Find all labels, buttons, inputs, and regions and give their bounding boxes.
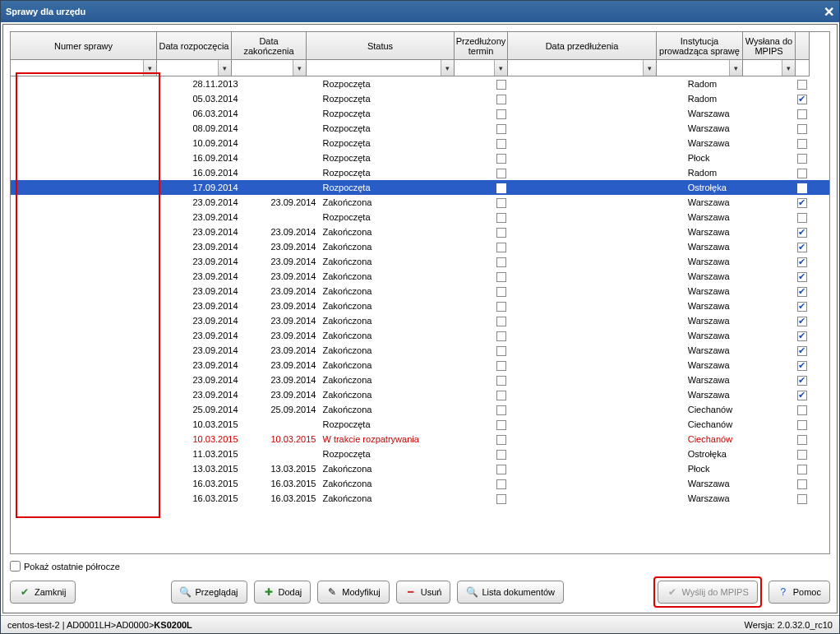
chevron-down-icon[interactable] xyxy=(293,60,306,76)
checkbox-cell[interactable] xyxy=(797,109,807,119)
checkbox-cell[interactable] xyxy=(496,124,506,134)
table-row[interactable]: 08.09.2014RozpoczętaWarszawa xyxy=(11,121,829,136)
table-row[interactable]: 16.09.2014RozpoczętaRadom xyxy=(11,165,829,180)
checkbox-cell[interactable] xyxy=(797,154,807,164)
table-row[interactable]: 23.09.201423.09.2014ZakończonaWarszawa xyxy=(11,358,829,373)
chevron-down-icon[interactable] xyxy=(729,60,742,76)
table-row[interactable]: 23.09.201423.09.2014ZakończonaWarszawa xyxy=(11,239,829,254)
checkbox-cell[interactable] xyxy=(496,169,506,178)
col-header-sent[interactable]: Wysłana do MPIPS xyxy=(743,32,796,60)
col-header-status[interactable]: Status xyxy=(307,32,455,60)
filter-extdate[interactable] xyxy=(508,60,657,76)
chevron-down-icon[interactable] xyxy=(782,60,795,76)
checkbox-cell[interactable] xyxy=(797,169,807,178)
checkbox-cell[interactable] xyxy=(496,465,506,474)
checkbox-cell[interactable] xyxy=(496,257,506,267)
checkbox-cell[interactable] xyxy=(797,465,807,474)
checkbox-cell[interactable] xyxy=(496,391,506,400)
checkbox-cell[interactable] xyxy=(797,80,807,90)
checkbox-cell[interactable] xyxy=(496,479,506,489)
filter-ext[interactable] xyxy=(455,60,508,76)
checkbox-cell[interactable] xyxy=(496,435,506,445)
checkbox-cell[interactable] xyxy=(797,494,807,504)
checkbox-cell[interactable] xyxy=(797,243,807,252)
checkbox-cell[interactable] xyxy=(797,257,807,267)
checkbox-cell[interactable] xyxy=(797,450,807,460)
documents-button[interactable]: 🔍Lista dokumentów xyxy=(457,581,564,604)
chevron-down-icon[interactable] xyxy=(494,60,507,76)
col-header-extended[interactable]: Przedłużony termin xyxy=(455,32,508,60)
add-button[interactable]: ✚Dodaj xyxy=(254,581,312,604)
help-button[interactable]: ?Pomoc xyxy=(768,581,830,604)
modify-button[interactable]: ✎Modyfikuj xyxy=(317,581,389,604)
filter-end[interactable] xyxy=(232,60,307,76)
checkbox-cell[interactable] xyxy=(496,183,506,193)
checkbox-cell[interactable] xyxy=(496,213,506,223)
table-row[interactable]: 23.09.201423.09.2014ZakończonaWarszawa xyxy=(11,343,829,358)
table-row[interactable]: 28.11.2013RozpoczętaRadom xyxy=(11,76,829,91)
checkbox-cell[interactable] xyxy=(496,376,506,386)
checkbox-cell[interactable] xyxy=(496,243,506,252)
close-button[interactable]: ✔Zamknij xyxy=(10,581,76,604)
table-row[interactable]: 25.09.201425.09.2014ZakończonaCiechanów xyxy=(11,402,829,417)
checkbox-cell[interactable] xyxy=(797,124,807,134)
table-row[interactable]: 13.03.201513.03.2015ZakończonaPłock xyxy=(11,461,829,476)
table-row[interactable]: 23.09.201423.09.2014ZakończonaWarszawa xyxy=(11,195,829,210)
checkbox-cell[interactable] xyxy=(496,80,506,90)
checkbox-cell[interactable] xyxy=(496,139,506,149)
checkbox-cell[interactable] xyxy=(797,479,807,489)
chevron-down-icon[interactable] xyxy=(441,60,454,76)
checkbox-cell[interactable] xyxy=(496,228,506,238)
col-header-start[interactable]: Data rozpoczęcia xyxy=(157,32,232,60)
checkbox-cell[interactable] xyxy=(496,154,506,164)
checkbox-cell[interactable] xyxy=(496,272,506,282)
checkbox-cell[interactable] xyxy=(496,109,506,119)
checkbox-cell[interactable] xyxy=(797,435,807,445)
checkbox-cell[interactable] xyxy=(797,331,807,341)
col-header-number[interactable]: Numer sprawy xyxy=(11,32,157,60)
filter-sent[interactable] xyxy=(743,60,796,76)
show-last-half-year-checkbox[interactable] xyxy=(10,561,21,572)
checkbox-cell[interactable] xyxy=(496,450,506,460)
filter-number[interactable] xyxy=(11,60,157,76)
table-row[interactable]: 23.09.201423.09.2014ZakończonaWarszawa xyxy=(11,387,829,402)
table-row[interactable]: 23.09.201423.09.2014ZakończonaWarszawa xyxy=(11,328,829,343)
table-row[interactable]: 11.03.2015RozpoczętaOstrołęka xyxy=(11,447,829,461)
checkbox-cell[interactable] xyxy=(797,405,807,415)
checkbox-cell[interactable] xyxy=(797,183,807,193)
chevron-down-icon[interactable] xyxy=(643,60,656,76)
checkbox-cell[interactable] xyxy=(496,317,506,326)
table-row[interactable]: 23.09.201423.09.2014ZakończonaWarszawa xyxy=(11,254,829,269)
col-header-institution[interactable]: Instytucja prowadząca sprawę xyxy=(657,32,743,60)
table-row[interactable]: 16.09.2014RozpoczętaPłock xyxy=(11,150,829,165)
table-row[interactable]: 23.09.201423.09.2014ZakończonaWarszawa xyxy=(11,284,829,298)
table-row[interactable]: 10.09.2014RozpoczętaWarszawa xyxy=(11,136,829,150)
send-to-mpips-button[interactable]: ✔Wyślij do MPIPS xyxy=(658,581,758,604)
chevron-down-icon[interactable] xyxy=(218,60,231,76)
chevron-down-icon[interactable] xyxy=(143,60,156,76)
checkbox-cell[interactable] xyxy=(797,139,807,149)
table-row[interactable]: 23.09.201423.09.2014ZakończonaWarszawa xyxy=(11,313,829,328)
table-row[interactable]: 23.09.201423.09.2014ZakończonaWarszawa xyxy=(11,224,829,239)
checkbox-cell[interactable] xyxy=(797,317,807,326)
checkbox-cell[interactable] xyxy=(797,346,807,356)
checkbox-cell[interactable] xyxy=(496,198,506,208)
checkbox-cell[interactable] xyxy=(496,302,506,312)
checkbox-cell[interactable] xyxy=(496,346,506,356)
checkbox-cell[interactable] xyxy=(496,95,506,104)
checkbox-cell[interactable] xyxy=(797,95,807,104)
filter-status[interactable] xyxy=(307,60,455,76)
table-row[interactable]: 23.09.201423.09.2014ZakończonaWarszawa xyxy=(11,269,829,284)
checkbox-cell[interactable] xyxy=(496,494,506,504)
checkbox-cell[interactable] xyxy=(496,420,506,430)
delete-button[interactable]: ━Usuń xyxy=(396,581,451,604)
filter-start[interactable] xyxy=(157,60,232,76)
table-row[interactable]: 23.09.2014RozpoczętaWarszawa xyxy=(11,210,829,224)
table-row[interactable]: 16.03.201516.03.2015ZakończonaWarszawa xyxy=(11,476,829,491)
checkbox-cell[interactable] xyxy=(797,302,807,312)
checkbox-cell[interactable] xyxy=(496,361,506,371)
table-row[interactable]: 23.09.201423.09.2014ZakończonaWarszawa xyxy=(11,298,829,313)
table-row[interactable]: 16.03.201516.03.2015ZakończonaWarszawa xyxy=(11,491,829,506)
table-row[interactable]: 05.03.2014RozpoczętaRadom xyxy=(11,91,829,106)
checkbox-cell[interactable] xyxy=(797,228,807,238)
